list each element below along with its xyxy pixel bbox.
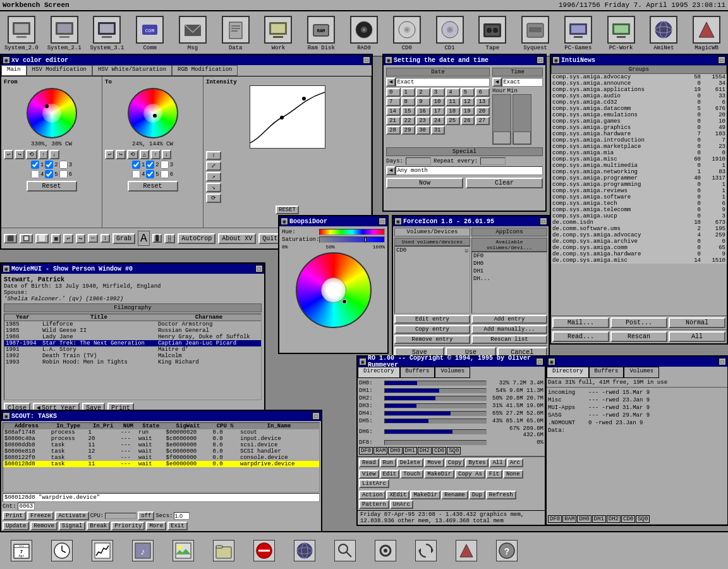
xv-tool-5[interactable]: ↩ xyxy=(63,234,73,243)
dopus-copy-btn[interactable]: Copy xyxy=(445,458,465,467)
force-remove-btn[interactable]: Remove entry xyxy=(394,335,470,344)
dopus-left-tab-dir[interactable]: Directory xyxy=(358,367,400,378)
intui-row[interactable]: comp.sys.amiga.cd3206 xyxy=(551,99,727,106)
intensity-btn5[interactable]: ⟳ xyxy=(206,193,221,203)
intui-normal-btn[interactable]: Normal xyxy=(669,317,725,328)
intui-row[interactable]: comp.sys.amiga.misc601910 xyxy=(551,156,727,162)
icon-cd0[interactable]: CD0 xyxy=(385,11,428,56)
dopus-left-tab-vol[interactable]: Volumes xyxy=(435,367,470,378)
movie-close-btn[interactable]: ▣ xyxy=(3,265,10,272)
to-cb6[interactable]: 6 xyxy=(161,170,173,178)
force-rescan-btn[interactable]: Rescan list xyxy=(471,335,547,344)
boopsi-zoom-btn[interactable]: □ xyxy=(379,217,386,225)
force-zoom-btn[interactable]: □ xyxy=(540,217,547,225)
intensity-btn2[interactable]: ⤢ xyxy=(206,161,221,171)
force-used-list[interactable]: CD0 ☑ xyxy=(394,246,470,314)
intui-row[interactable]: comp.sys.amiga.tech06 xyxy=(551,200,727,207)
xv-close-btn[interactable]: ▣ xyxy=(3,56,10,64)
taskbar-calendar[interactable]: Fri7Apr xyxy=(3,534,40,568)
hue-slider[interactable] xyxy=(319,229,385,235)
intui-mail-btn[interactable]: Mail... xyxy=(552,317,609,328)
film-row[interactable]: 1986Lady JaneHenry Gray, Duke of Suffolk xyxy=(4,334,261,340)
dopus-listarc-btn[interactable]: ListArc xyxy=(359,479,389,488)
icon-pcwork[interactable]: PC-Work xyxy=(600,11,643,56)
xv-tool-8[interactable]: ↕ xyxy=(100,234,110,243)
intui-row[interactable]: comp.sys.amiga.mia00 xyxy=(551,150,727,156)
scout-print-btn[interactable]: Print xyxy=(3,511,26,520)
xv-tool-1[interactable]: ⬛ xyxy=(4,234,17,243)
dopus-arc-btn[interactable]: Arc xyxy=(507,458,523,467)
dopus-move-btn[interactable]: Move xyxy=(424,458,444,467)
to-btn3[interactable]: ⟲ xyxy=(127,150,138,159)
icon-system21[interactable]: System_2.1 xyxy=(43,11,86,56)
intui-row[interactable]: comp.sys.amiga.software01 xyxy=(551,194,727,200)
intui-row[interactable]: de.comp.sys.amiga.comm065 xyxy=(551,245,727,251)
dopus-touch-btn[interactable]: Touch xyxy=(400,470,423,479)
intui-rescan-btn[interactable]: Rescan xyxy=(610,331,667,342)
xv-tab-main[interactable]: Main xyxy=(1,65,27,76)
film-row[interactable]: 1993Robin Hood: Men in TightsKing Richar… xyxy=(4,359,261,365)
dopus-run-btn[interactable]: Run xyxy=(380,458,396,467)
to-redo-btn[interactable]: ↪ xyxy=(116,150,125,159)
intensity-btn3[interactable]: ↗ xyxy=(206,172,221,181)
xv-tool-7[interactable]: ↔ xyxy=(88,234,97,243)
intui-read-btn[interactable]: Read... xyxy=(552,331,609,342)
icon-ramdisk[interactable]: RAM Ram Disk xyxy=(300,11,343,56)
intui-row[interactable]: comp.sys.amiga.announce034 xyxy=(551,80,727,87)
dopus-read-btn[interactable]: Read xyxy=(359,458,379,467)
dopus-fit-btn[interactable]: Fit xyxy=(486,470,502,479)
intui-zoom-btn[interactable]: □ xyxy=(718,56,725,64)
intensity-curve[interactable] xyxy=(250,85,325,149)
scout-update-btn[interactable]: Update xyxy=(3,522,29,530)
icon-cd1[interactable]: CD1 xyxy=(428,11,471,56)
film-row[interactable]: 1985Wild Geese IIRussian General xyxy=(4,327,261,334)
scout-task-row[interactable]: $0800e810task12---wait$c00000000.0SCSI h… xyxy=(3,448,319,455)
intui-row[interactable]: de.comp.sys.amiga.archive00 xyxy=(551,238,727,245)
intui-row[interactable]: de.comp.sys.amiga.misc141510 xyxy=(551,257,727,264)
taskbar-paint[interactable] xyxy=(447,534,485,568)
dopus-xedit-btn[interactable]: XEdit xyxy=(386,491,410,499)
scout-list[interactable]: Address In_Type In_Pri NUM State SigWait… xyxy=(3,422,320,493)
icon-magicwb[interactable]: MagicWB xyxy=(685,11,728,56)
dopus-copyas-btn[interactable]: Copy As xyxy=(455,470,485,479)
icon-work[interactable]: Work xyxy=(257,11,300,56)
intui-row[interactable]: de.comm.isdn10673 xyxy=(551,219,727,226)
datetime-zoom-btn[interactable]: □ xyxy=(537,56,544,64)
to-cb1[interactable]: 1 xyxy=(132,161,145,169)
from-reset-btn[interactable]: ⟲ xyxy=(26,150,37,159)
dopus-left-tab-buf[interactable]: Buffers xyxy=(400,367,435,378)
intui-row[interactable]: comp.sys.amiga.multimedia01 xyxy=(551,162,727,169)
film-row[interactable]: 1987-1994Star Trek: The Next GenerationC… xyxy=(4,340,261,346)
dopus-rename-btn[interactable]: Rename xyxy=(441,491,468,499)
from-color-wheel[interactable] xyxy=(27,88,77,138)
scout-off-btn[interactable]: off xyxy=(138,511,154,520)
to-cb5[interactable]: 5 xyxy=(146,170,159,178)
to-reset-label-btn[interactable]: Reset xyxy=(128,181,178,192)
film-row[interactable]: 1992Death Train (TV)Malcolm xyxy=(4,353,261,359)
scout-activate-btn[interactable]: Activate xyxy=(55,511,88,520)
scout-more-btn[interactable]: More xyxy=(146,522,166,530)
taskbar-image[interactable] xyxy=(164,534,202,568)
icon-pcgames[interactable]: PC-Games xyxy=(557,11,600,56)
intui-row[interactable]: comp.sys.amiga.datacomm5676 xyxy=(551,106,727,112)
taskbar-search[interactable] xyxy=(326,534,364,568)
to-btn4[interactable]: △ xyxy=(140,150,149,159)
time-exact-btn[interactable]: ◄ xyxy=(492,78,502,87)
dopus-bytes-btn[interactable]: Bytes xyxy=(465,458,488,467)
from-btn5[interactable]: ↓ xyxy=(49,150,59,159)
dopus-right-zoom-btn[interactable]: □ xyxy=(719,358,726,365)
from-undo-btn[interactable]: ↩ xyxy=(4,150,13,159)
force-ai-tab[interactable]: AppIcons xyxy=(471,228,547,236)
taskbar-noentry[interactable] xyxy=(245,534,283,568)
now-btn[interactable]: Now xyxy=(386,178,463,188)
clear-btn[interactable]: Clear xyxy=(466,178,543,188)
dopus-drive-dh2[interactable]: DH2 xyxy=(418,447,432,455)
dopus-none-btn[interactable]: None xyxy=(503,470,523,479)
intui-row[interactable]: comp.sys.amiga.marketplace023 xyxy=(551,144,727,150)
dopus-left-close-btn[interactable]: ▣ xyxy=(359,358,367,365)
dopus-right-close-btn[interactable]: ▣ xyxy=(548,358,555,365)
dopus-delete-btn[interactable]: Delete xyxy=(397,458,423,467)
dopus-right-drive-dh1[interactable]: DH1 xyxy=(592,515,606,523)
scout-secs-input[interactable] xyxy=(174,512,190,520)
icon-msg[interactable]: Msg xyxy=(171,11,214,56)
